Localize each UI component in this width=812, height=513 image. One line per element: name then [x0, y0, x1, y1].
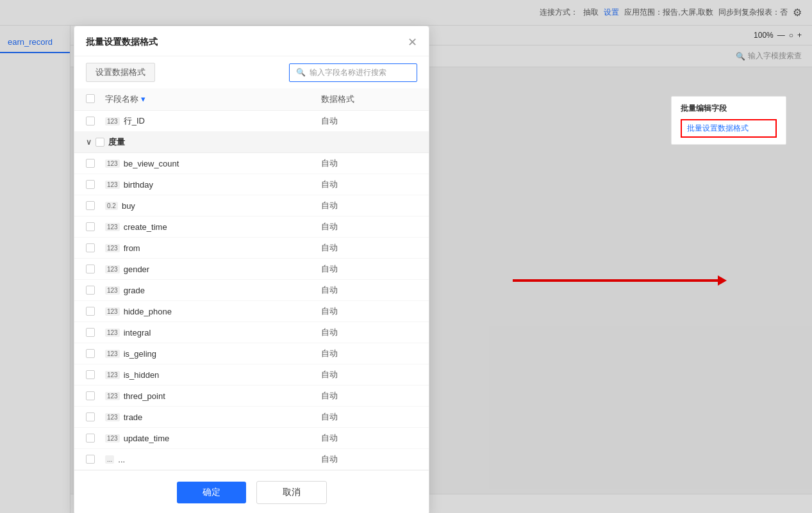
confirm-button[interactable]: 确定	[177, 482, 246, 503]
type-badge: 123	[105, 371, 120, 379]
row-checkbox[interactable]	[86, 455, 95, 464]
field-format: 自动	[321, 432, 417, 444]
section-header-measure: ∨ 度量	[74, 132, 429, 153]
col-name-header: 字段名称 ▾	[105, 94, 321, 105]
sort-icon[interactable]: ▾	[141, 94, 145, 104]
table-row: 123grade 自动	[74, 280, 429, 301]
field-name: create_time	[124, 222, 167, 232]
type-badge: 123	[105, 329, 120, 337]
row-checkbox[interactable]	[86, 201, 95, 210]
table-row: 123 行_ID 自动	[74, 111, 429, 132]
batch-edit-title: 批量编辑字段	[681, 103, 777, 114]
table-row: 0.2buy 自动	[74, 195, 429, 216]
row-checkbox[interactable]	[86, 434, 95, 443]
type-badge: 123	[105, 434, 120, 443]
modal-close-button[interactable]: ✕	[408, 35, 417, 49]
field-format: 自动	[321, 200, 417, 211]
field-name: integral	[124, 328, 151, 338]
table-row: 123is_hidden 自动	[74, 364, 429, 386]
field-name: update_time	[124, 434, 170, 443]
row-checkbox[interactable]	[86, 307, 95, 316]
type-badge: 123	[105, 117, 120, 126]
table-row: 123integral 自动	[74, 322, 429, 343]
field-name: grade	[124, 286, 145, 295]
type-badge: 0.2	[105, 202, 118, 210]
field-format: 自动	[321, 327, 417, 338]
modal-footer: 确定 取消	[74, 470, 429, 513]
field-format: 自动	[321, 453, 417, 465]
table-row: 123update_time 自动	[74, 428, 429, 449]
table-row: ...... 自动	[74, 449, 429, 470]
field-format: 自动	[321, 348, 417, 359]
modal-toolbar: 设置数据格式 🔍 输入字段名称进行搜索	[74, 56, 429, 88]
row-checkbox[interactable]	[86, 243, 95, 252]
type-badge: 123	[105, 223, 120, 231]
modal-overlay: 批量设置数据格式 ✕ 设置数据格式 🔍 输入字段名称进行搜索 字段名称 ▾ 数据…	[0, 0, 812, 513]
batch-set-format-item[interactable]: 批量设置数据格式	[681, 119, 777, 138]
section-checkbox[interactable]	[95, 138, 104, 147]
field-name: be_view_count	[124, 159, 179, 168]
table-row: 123thred_point 自动	[74, 386, 429, 407]
table-row: 123from 自动	[74, 238, 429, 259]
type-badge: 123	[105, 265, 120, 273]
field-format: 自动	[321, 221, 417, 232]
type-badge: 123	[105, 244, 120, 252]
batch-edit-panel: 批量编辑字段 批量设置数据格式	[671, 96, 786, 145]
table-row: 123hidde_phone 自动	[74, 301, 429, 322]
modal-table: 123 行_ID 自动 ∨ 度量 123be_view_count 自动 123…	[74, 111, 429, 470]
field-format: 自动	[321, 369, 417, 380]
field-name: is_hidden	[124, 370, 160, 380]
set-format-button[interactable]: 设置数据格式	[86, 63, 155, 82]
table-row: 123birthday 自动	[74, 174, 429, 195]
table-row: 123be_view_count 自动	[74, 153, 429, 174]
modal-title: 批量设置数据格式	[86, 37, 158, 48]
row-checkbox[interactable]	[86, 328, 95, 337]
row-checkbox[interactable]	[86, 117, 95, 126]
section-chevron[interactable]: ∨	[86, 138, 92, 147]
row-checkbox[interactable]	[86, 222, 95, 231]
field-name: from	[124, 243, 140, 253]
field-name: ...	[118, 455, 125, 464]
field-name: 行_ID	[124, 115, 145, 127]
batch-format-modal: 批量设置数据格式 ✕ 设置数据格式 🔍 输入字段名称进行搜索 字段名称 ▾ 数据…	[74, 26, 429, 513]
field-name: is_geling	[124, 349, 156, 359]
field-format: 自动	[321, 411, 417, 423]
table-row: 123trade 自动	[74, 407, 429, 428]
type-badge: 123	[105, 392, 120, 400]
field-name: birthday	[124, 180, 153, 190]
row-checkbox[interactable]	[86, 180, 95, 189]
type-badge: 123	[105, 286, 120, 295]
field-name: trade	[124, 412, 143, 422]
row-checkbox[interactable]	[86, 349, 95, 358]
field-format: 自动	[321, 158, 417, 169]
table-row: 123create_time 自动	[74, 216, 429, 238]
row-checkbox[interactable]	[86, 286, 95, 295]
type-badge: 123	[105, 181, 120, 189]
field-format: 自动	[321, 115, 417, 127]
row-checkbox[interactable]	[86, 370, 95, 379]
field-format: 自动	[321, 263, 417, 275]
modal-search-input[interactable]: 🔍 输入字段名称进行搜索	[289, 63, 417, 82]
modal-header: 批量设置数据格式 ✕	[74, 26, 429, 56]
field-name: hidde_phone	[124, 307, 172, 316]
cancel-button[interactable]: 取消	[256, 481, 327, 504]
field-format: 自动	[321, 390, 417, 402]
row-checkbox[interactable]	[86, 159, 95, 168]
search-icon: 🔍	[296, 68, 306, 77]
type-badge: 123	[105, 307, 120, 316]
type-badge: ...	[105, 455, 114, 464]
row-checkbox[interactable]	[86, 265, 95, 273]
search-placeholder: 输入字段名称进行搜索	[310, 67, 386, 78]
row-checkbox[interactable]	[86, 391, 95, 400]
row-checkbox[interactable]	[86, 412, 95, 421]
section-name: 度量	[108, 136, 125, 148]
field-format: 自动	[321, 284, 417, 296]
field-format: 自动	[321, 305, 417, 317]
type-badge: 123	[105, 413, 120, 421]
type-badge: 123	[105, 159, 120, 168]
header-checkbox[interactable]	[86, 94, 95, 103]
field-name: gender	[124, 265, 149, 274]
field-format: 自动	[321, 242, 417, 254]
type-badge: 123	[105, 350, 120, 358]
field-format: 自动	[321, 179, 417, 190]
